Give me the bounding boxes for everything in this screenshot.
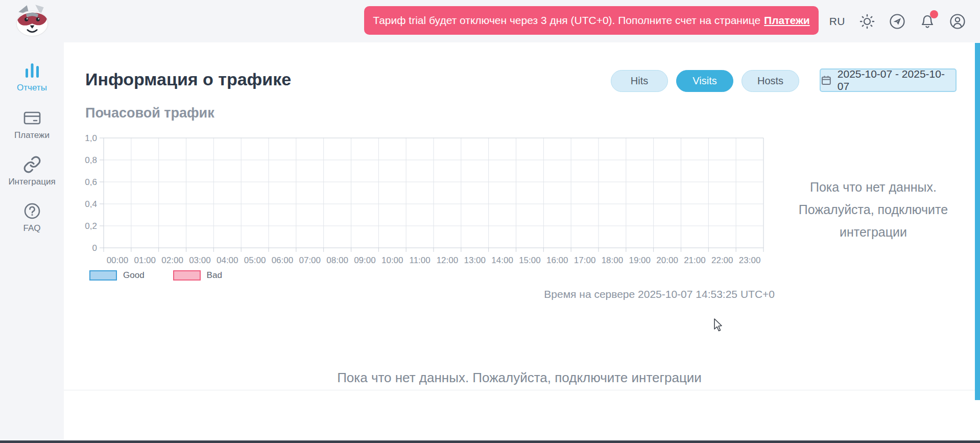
svg-text:21:00: 21:00 bbox=[684, 255, 706, 265]
trial-warning-banner: Тариф trial будет отключен через 3 дня (… bbox=[364, 6, 819, 35]
link-icon bbox=[23, 155, 41, 174]
svg-text:0,4: 0,4 bbox=[85, 199, 97, 209]
svg-text:15:00: 15:00 bbox=[519, 255, 541, 265]
date-range-picker[interactable]: 2025-10-07 - 2025-10-07 bbox=[820, 68, 957, 92]
server-time: Время на сервере 2025-10-07 14:53:25 UTC… bbox=[544, 288, 775, 300]
no-data-line: Пока что нет данных. bbox=[776, 176, 970, 198]
calendar-icon bbox=[821, 75, 832, 86]
no-data-line: Пожалуйста, подключите bbox=[776, 198, 970, 221]
sidebar-item-label: FAQ bbox=[0, 223, 64, 234]
no-data-line: интеграции bbox=[776, 221, 970, 243]
legend-swatch bbox=[173, 270, 201, 281]
svg-text:06:00: 06:00 bbox=[272, 255, 294, 265]
tab-visits[interactable]: Visits bbox=[676, 70, 733, 92]
header: Тариф trial будет отключен через 3 дня (… bbox=[0, 0, 980, 42]
svg-text:18:00: 18:00 bbox=[602, 255, 624, 265]
chart-legend: GoodBad bbox=[89, 270, 222, 281]
page-title: Информация о трафике bbox=[85, 69, 291, 89]
window-bottom-bar bbox=[0, 440, 980, 443]
svg-text:02:00: 02:00 bbox=[161, 255, 183, 265]
notifications-button[interactable] bbox=[919, 13, 936, 30]
svg-text:17:00: 17:00 bbox=[574, 255, 596, 265]
svg-text:0: 0 bbox=[92, 243, 97, 253]
traffic-dashboard-page: { "header": { "banner": { "text": "Тариф… bbox=[0, 0, 980, 443]
raccoon-logo[interactable] bbox=[13, 3, 51, 38]
svg-text:0,6: 0,6 bbox=[85, 177, 97, 187]
sidebar-item-faq[interactable]: FAQ bbox=[0, 202, 64, 234]
sidebar-item-label: Платежи bbox=[0, 130, 64, 141]
section-title: Почасовой трафик bbox=[85, 105, 214, 121]
telegram-icon[interactable] bbox=[889, 13, 905, 30]
svg-text:16:00: 16:00 bbox=[546, 255, 568, 265]
svg-text:08:00: 08:00 bbox=[326, 255, 348, 265]
svg-text:20:00: 20:00 bbox=[656, 255, 678, 265]
svg-text:23:00: 23:00 bbox=[739, 255, 761, 265]
sidebar-item-label: Отчеты bbox=[0, 83, 64, 93]
language-selector[interactable]: RU bbox=[829, 15, 845, 28]
svg-text:22:00: 22:00 bbox=[711, 255, 733, 265]
svg-text:13:00: 13:00 bbox=[464, 255, 486, 265]
svg-text:09:00: 09:00 bbox=[354, 255, 376, 265]
no-data-message-panel: Пока что нет данных. Пожалуйста, подключ… bbox=[776, 176, 970, 243]
sidebar-item-label: Интеграция bbox=[0, 177, 64, 187]
svg-text:12:00: 12:00 bbox=[437, 255, 459, 265]
legend-item-bad: Bad bbox=[173, 270, 222, 281]
sidebar-item-reports[interactable]: Отчеты bbox=[0, 61, 64, 93]
svg-text:14:00: 14:00 bbox=[491, 255, 513, 265]
header-controls: RU bbox=[829, 0, 966, 42]
account-icon[interactable] bbox=[949, 13, 966, 30]
notification-badge bbox=[930, 10, 938, 18]
sun-theme-toggle-icon[interactable] bbox=[859, 13, 875, 30]
sidebar-item-payments[interactable]: Платежи bbox=[0, 109, 64, 141]
svg-text:1,0: 1,0 bbox=[85, 133, 97, 143]
payments-link[interactable]: Платежи bbox=[764, 14, 810, 27]
legend-swatch bbox=[89, 270, 117, 281]
date-range-value: 2025-10-07 - 2025-10-07 bbox=[838, 68, 955, 92]
legend-item-good: Good bbox=[89, 270, 145, 281]
svg-text:03:00: 03:00 bbox=[189, 255, 211, 265]
question-circle-icon bbox=[23, 202, 41, 220]
bar-chart-icon bbox=[23, 61, 41, 80]
tab-hits[interactable]: Hits bbox=[611, 70, 668, 92]
svg-text:00:00: 00:00 bbox=[107, 255, 129, 265]
svg-text:0,8: 0,8 bbox=[85, 155, 97, 165]
svg-text:19:00: 19:00 bbox=[629, 255, 651, 265]
svg-text:0,2: 0,2 bbox=[85, 221, 97, 231]
banner-text: Тариф trial будет отключен через 3 дня (… bbox=[373, 14, 760, 27]
svg-text:07:00: 07:00 bbox=[299, 255, 321, 265]
svg-text:10:00: 10:00 bbox=[381, 255, 403, 265]
content-divider bbox=[64, 390, 980, 390]
sidebar: Отчеты Платежи Интеграция FAQ bbox=[0, 42, 64, 440]
legend-label: Good bbox=[123, 270, 145, 281]
vertical-scrollbar-thumb[interactable] bbox=[975, 43, 980, 400]
svg-text:01:00: 01:00 bbox=[134, 255, 156, 265]
sidebar-item-integration[interactable]: Интеграция bbox=[0, 155, 64, 187]
svg-text:11:00: 11:00 bbox=[409, 255, 430, 265]
hourly-traffic-chart: 00,20,40,60,81,000:0001:0002:0003:0004:0… bbox=[82, 129, 776, 267]
svg-text:04:00: 04:00 bbox=[217, 255, 238, 265]
legend-label: Bad bbox=[207, 270, 222, 281]
no-data-message-footer: Пока что нет данных. Пожалуйста, подключ… bbox=[64, 370, 975, 386]
tab-hosts[interactable]: Hosts bbox=[742, 70, 799, 92]
mouse-cursor bbox=[712, 318, 724, 333]
credit-card-icon bbox=[23, 109, 41, 127]
svg-text:05:00: 05:00 bbox=[244, 255, 266, 265]
